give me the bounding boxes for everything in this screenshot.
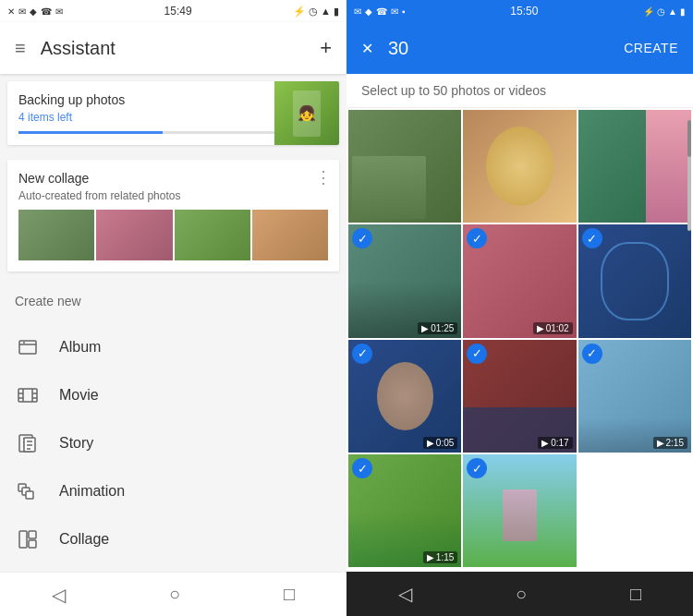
home-button[interactable]: ○ — [169, 584, 180, 605]
dropbox-icon: ◆ — [30, 6, 37, 17]
right-status-left: ✉ ◆ ☎ ✉ ▪ — [354, 6, 406, 17]
animation-icon — [15, 478, 41, 504]
video-badge-5: ▶ 01:02 — [533, 322, 573, 334]
video-badge-8: ▶ 0:17 — [538, 437, 572, 449]
photo-cell-1[interactable] — [348, 110, 461, 223]
photo-cell-6[interactable]: ✓ — [578, 224, 691, 337]
play-icon-7: ▶ — [427, 438, 434, 448]
photo-cell-2[interactable] — [463, 110, 576, 223]
r-sms-icon: ✉ — [391, 6, 398, 17]
r-signal-icon: ▲ — [668, 6, 677, 17]
create-new-section: Create new — [0, 279, 346, 323]
svg-rect-9 — [29, 531, 36, 538]
story-icon — [15, 430, 41, 456]
right-panel: ✉ ◆ ☎ ✉ ▪ 15:50 ⚡ ◷ ▲ ▮ ✕ 30 CREATE Sele… — [346, 0, 693, 616]
video-badge-4: ▶ 01:25 — [418, 322, 457, 334]
left-nav-bar: ◁ ○ □ — [0, 572, 346, 616]
photo-cell-7[interactable]: ✓ ▶ 0:05 — [348, 340, 461, 453]
duration-8: 0:17 — [551, 438, 568, 448]
x-icon: ✕ — [7, 6, 15, 17]
left-status-icons: ✕ ✉ ◆ ☎ ✉ — [7, 6, 63, 17]
create-items-list: Album Movie Story — [0, 323, 346, 563]
close-button[interactable]: ✕ — [361, 40, 373, 57]
photo-content-1 — [348, 110, 461, 223]
svg-rect-0 — [19, 341, 36, 354]
play-icon-9: ▶ — [657, 438, 664, 448]
right-recent-button[interactable]: □ — [630, 584, 641, 605]
backup-subtitle: 4 items left — [18, 111, 259, 124]
mail-icon: ✉ — [18, 6, 26, 17]
movie-icon — [15, 382, 41, 408]
photo-cell-11[interactable]: ✓ — [463, 454, 576, 567]
duration-4: 01:25 — [431, 323, 454, 333]
left-panel: ✕ ✉ ◆ ☎ ✉ 15:49 ⚡ ◷ ▲ ▮ ≡ Assistant + Ba… — [0, 0, 346, 616]
movie-label: Movie — [59, 387, 99, 404]
check-7: ✓ — [352, 344, 372, 364]
r-alarm-icon: ◷ — [657, 6, 665, 17]
photo-cell-5[interactable]: ✓ ▶ 01:02 — [463, 224, 576, 337]
collage-menu-icon[interactable]: ⋮ — [315, 167, 332, 187]
r-battery-icon: ▮ — [680, 6, 686, 17]
create-collage-item[interactable]: Collage — [0, 515, 346, 563]
photo-cell-4[interactable]: ✓ ▶ 01:25 — [348, 224, 461, 337]
r-bluetooth-icon: ⚡ — [643, 6, 654, 17]
scrollbar[interactable] — [687, 120, 691, 231]
left-time: 15:49 — [164, 5, 192, 18]
svg-rect-2 — [18, 389, 37, 402]
collage-title: New collage — [18, 171, 328, 186]
recent-button[interactable]: □ — [284, 584, 295, 605]
photo-cell-8[interactable]: ✓ ▶ 0:17 — [463, 340, 576, 453]
album-label: Album — [59, 339, 101, 356]
bluetooth-icon: ⚡ — [293, 6, 306, 18]
check-8: ✓ — [467, 344, 487, 364]
right-back-button[interactable]: ◁ — [398, 583, 412, 605]
collage-card: ⋮ New collage Auto-created from related … — [7, 160, 339, 272]
backup-image: 👧 — [274, 81, 339, 145]
collage-thumb-2 — [96, 210, 172, 260]
app-title: Assistant — [41, 38, 305, 59]
hamburger-icon[interactable]: ≡ — [15, 38, 26, 59]
collage-thumbs — [18, 210, 328, 260]
photo-grid: ✓ ▶ 01:25 ✓ ▶ 01:02 ✓ — [346, 108, 693, 572]
collage-thumb-3 — [175, 210, 250, 260]
right-status-right: ⚡ ◷ ▲ ▮ — [643, 6, 686, 17]
left-app-bar: ≡ Assistant + — [0, 22, 346, 74]
backup-progress-bar — [18, 131, 163, 134]
check-9: ✓ — [582, 344, 602, 364]
right-status-bar: ✉ ◆ ☎ ✉ ▪ 15:50 ⚡ ◷ ▲ ▮ — [346, 0, 693, 22]
create-animation-item[interactable]: Animation — [0, 467, 346, 515]
svg-rect-8 — [19, 531, 27, 548]
check-6: ✓ — [582, 228, 602, 248]
create-movie-item[interactable]: Movie — [0, 371, 346, 419]
create-button[interactable]: CREATE — [624, 41, 678, 55]
photo-cell-3[interactable] — [578, 110, 691, 223]
photo-cell-10[interactable]: ✓ ▶ 1:15 — [348, 454, 461, 567]
phone-icon: ☎ — [41, 6, 52, 17]
r-dropbox-icon: ◆ — [365, 6, 372, 17]
r-storage-icon: ▪ — [402, 6, 406, 17]
create-story-item[interactable]: Story — [0, 419, 346, 467]
video-badge-7: ▶ 0:05 — [423, 437, 457, 449]
photo-cell-9[interactable]: ✓ ▶ 2:15 — [578, 340, 691, 453]
svg-rect-7 — [26, 491, 33, 499]
back-button[interactable]: ◁ — [52, 584, 66, 606]
photo-content-2 — [463, 110, 576, 223]
signal-icon: ▲ — [321, 6, 331, 17]
backup-title: Backing up photos — [18, 92, 259, 107]
right-nav-bar: ◁ ○ □ — [346, 572, 693, 616]
collage-thumb-4 — [252, 210, 328, 260]
collage-label: Collage — [59, 531, 109, 548]
r-mail-icon: ✉ — [354, 6, 361, 17]
add-button[interactable]: + — [320, 36, 332, 60]
duration-7: 0:05 — [436, 438, 454, 448]
right-home-button[interactable]: ○ — [516, 584, 527, 605]
album-icon — [15, 334, 41, 360]
create-album-item[interactable]: Album — [0, 323, 346, 371]
duration-10: 1:15 — [436, 552, 454, 562]
left-status-right: ⚡ ◷ ▲ ▮ — [293, 6, 339, 18]
check-10: ✓ — [352, 458, 372, 478]
scrollbar-thumb — [687, 120, 691, 157]
collage-thumb-1 — [18, 210, 94, 260]
svg-rect-10 — [29, 540, 36, 548]
create-new-label: Create new — [15, 294, 332, 308]
